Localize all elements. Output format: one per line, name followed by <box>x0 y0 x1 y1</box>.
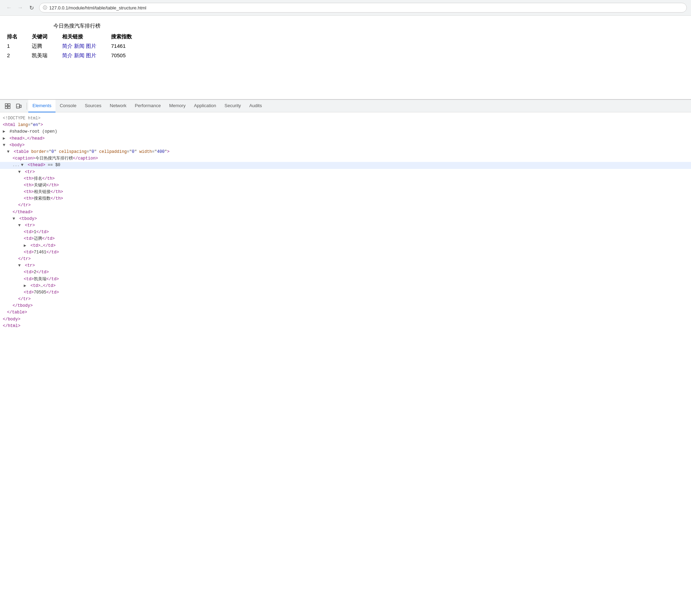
address-bar[interactable]: ⓘ 127.0.0.1/module/html/table/table_stru… <box>39 3 687 13</box>
back-button[interactable]: ← <box>4 3 14 13</box>
code-line[interactable]: ▼ <table border="0" cellspacing="0" cell… <box>0 149 691 155</box>
code-line[interactable]: </tr> <box>0 202 691 209</box>
tab-separator <box>27 103 27 110</box>
links-1: 简介 新闻 图片 <box>62 42 111 51</box>
svg-rect-0 <box>5 104 7 106</box>
devtools-tabs: Elements Console Sources Network Perform… <box>0 100 691 112</box>
code-line-highlighted[interactable]: ... ▼ <thead> == $0 <box>0 162 691 169</box>
reload-button[interactable]: ↻ <box>27 3 36 13</box>
header-keyword: 关键词 <box>32 32 62 42</box>
keyword-2: 凯美瑞 <box>32 51 62 60</box>
code-line[interactable]: </tr> <box>0 296 691 303</box>
code-line[interactable]: ▶ #shadow-root (open) <box>0 128 691 135</box>
links-2: 简介 新闻 图片 <box>62 51 111 60</box>
device-icon-button[interactable] <box>14 101 24 111</box>
index-2: 70505 <box>111 51 147 60</box>
code-line[interactable]: <td>2</td> <box>0 269 691 276</box>
inspect-icon-button[interactable] <box>3 101 13 111</box>
tab-console[interactable]: Console <box>55 100 81 112</box>
code-line[interactable]: </html> <box>0 323 691 329</box>
table-head: 排名 关键词 相关链接 搜索指数 <box>7 32 147 42</box>
index-1: 71461 <box>111 42 147 51</box>
tab-audits[interactable]: Audits <box>245 100 266 112</box>
code-line[interactable]: ▼ <tr> <box>0 222 691 229</box>
tab-memory[interactable]: Memory <box>165 100 190 112</box>
lock-icon: ⓘ <box>43 5 47 11</box>
rank-1: 1 <box>7 42 32 51</box>
code-line[interactable]: ▼ <tr> <box>0 262 691 269</box>
link-jianjie-2[interactable]: 简介 <box>62 52 73 58</box>
header-row: 排名 关键词 相关链接 搜索指数 <box>7 32 147 42</box>
link-tupian-2[interactable]: 图片 <box>86 52 96 58</box>
code-line[interactable]: <caption>今日热搜汽车排行榜</caption> <box>0 155 691 162</box>
svg-rect-3 <box>8 106 10 109</box>
html-tag: <html <box>3 122 18 128</box>
table-row: 1 迈腾 简介 新闻 图片 71461 <box>7 42 147 51</box>
devtools-panel: Elements Console Sources Network Perform… <box>0 99 691 332</box>
code-line[interactable]: <th>排名</th> <box>0 176 691 182</box>
link-jianjie-1[interactable]: 简介 <box>62 43 73 49</box>
code-line[interactable]: </tr> <box>0 256 691 262</box>
keyword-1: 迈腾 <box>32 42 62 51</box>
rank-2: 2 <box>7 51 32 60</box>
browser-chrome: ← → ↻ ⓘ 127.0.0.1/module/html/table/tabl… <box>0 0 691 16</box>
code-line[interactable]: </thead> <box>0 209 691 216</box>
code-line[interactable]: <th>搜索指数</th> <box>0 195 691 202</box>
svg-rect-4 <box>16 104 20 108</box>
svg-rect-1 <box>5 106 7 109</box>
code-line[interactable]: <td>70505</td> <box>0 289 691 296</box>
code-line[interactable]: <th>关键词</th> <box>0 182 691 189</box>
header-rank: 排名 <box>7 32 32 42</box>
header-links: 相关链接 <box>62 32 111 42</box>
ellipsis: ... <box>13 162 20 169</box>
code-line: <!DOCTYPE html> <box>0 115 691 122</box>
tab-security[interactable]: Security <box>220 100 245 112</box>
doctype-text: <!DOCTYPE html> <box>3 115 40 122</box>
code-line[interactable]: ▼ <tr> <box>0 169 691 176</box>
url-text: 127.0.0.1/module/html/table/table_struct… <box>49 5 146 10</box>
devtools-content: <!DOCTYPE html> <html lang="en"> ▶ #shad… <box>0 112 691 332</box>
code-line[interactable]: <th>相关链接</th> <box>0 189 691 195</box>
code-line[interactable]: </table> <box>0 309 691 316</box>
tab-application[interactable]: Application <box>190 100 221 112</box>
code-line[interactable]: ▶ <td>…</td> <box>0 243 691 249</box>
tab-sources[interactable]: Sources <box>81 100 106 112</box>
code-line[interactable]: <html lang="en"> <box>0 122 691 128</box>
forward-button[interactable]: → <box>15 3 25 13</box>
tab-performance[interactable]: Performance <box>131 100 165 112</box>
code-line[interactable]: <td>凯美瑞</td> <box>0 276 691 283</box>
header-index: 搜索指数 <box>111 32 147 42</box>
code-line[interactable]: <td>迈腾</td> <box>0 236 691 242</box>
code-line[interactable]: ▼ <body> <box>0 142 691 149</box>
code-line[interactable]: </tbody> <box>0 303 691 309</box>
code-line[interactable]: ▼ <tbody> <box>0 216 691 222</box>
table-body: 1 迈腾 简介 新闻 图片 71461 2 凯美瑞 简介 新闻 图片 70505 <box>7 42 147 60</box>
svg-rect-2 <box>8 104 10 106</box>
code-line[interactable]: ▶ <td>…</td> <box>0 283 691 289</box>
link-xinwen-1[interactable]: 新闻 <box>74 43 84 49</box>
table-row: 2 凯美瑞 简介 新闻 图片 70505 <box>7 51 147 60</box>
tab-network[interactable]: Network <box>106 100 131 112</box>
link-tupian-1[interactable]: 图片 <box>86 43 96 49</box>
main-table: 今日热搜汽车排行榜 排名 关键词 相关链接 搜索指数 1 迈腾 简介 新闻 图片… <box>7 23 147 60</box>
code-line[interactable]: ▶ <head>…</head> <box>0 135 691 142</box>
page-content: 今日热搜汽车排行榜 排名 关键词 相关链接 搜索指数 1 迈腾 简介 新闻 图片… <box>0 16 691 99</box>
tab-elements[interactable]: Elements <box>28 100 55 112</box>
code-line[interactable]: <td>71461</td> <box>0 249 691 256</box>
code-line[interactable]: </body> <box>0 316 691 323</box>
table-caption: 今日热搜汽车排行榜 <box>7 23 147 29</box>
code-line[interactable]: <td>1</td> <box>0 229 691 236</box>
nav-buttons: ← → ↻ <box>4 3 36 13</box>
link-xinwen-2[interactable]: 新闻 <box>74 52 84 58</box>
svg-rect-5 <box>20 105 21 107</box>
